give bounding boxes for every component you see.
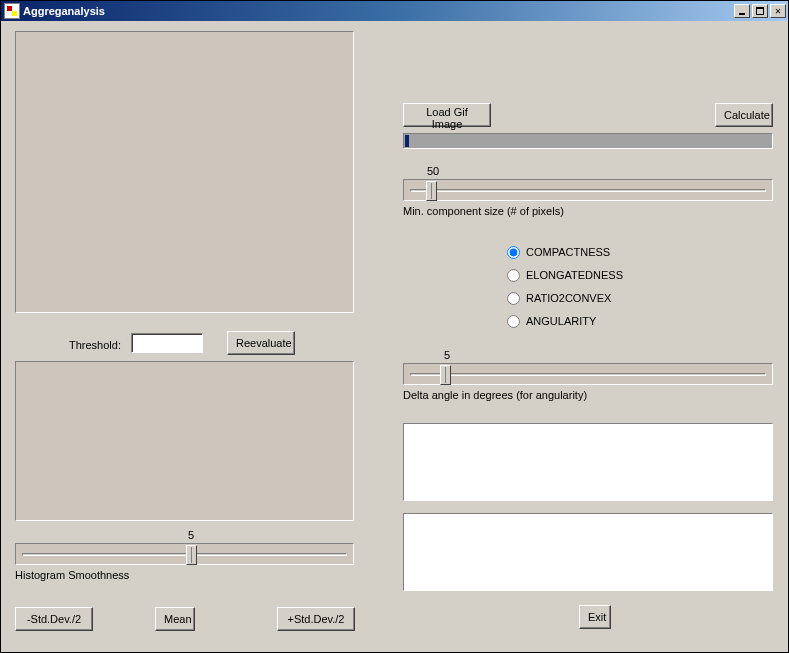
app-icon: [4, 3, 20, 19]
radio-label: ANGULARITY: [526, 315, 596, 327]
maximize-icon: [756, 7, 764, 15]
app-window: Aggreganalysis ✕ Threshold: Reevaluate 5…: [0, 0, 789, 653]
close-button[interactable]: ✕: [770, 4, 786, 18]
mincomp-caption: Min. component size (# of pixels): [403, 205, 564, 217]
maximize-button[interactable]: [752, 4, 768, 18]
minimize-icon: [739, 13, 745, 15]
delta-slider-value: 5: [444, 349, 450, 361]
radio-compactness-input[interactable]: [507, 246, 520, 259]
radio-angularity[interactable]: ANGULARITY: [507, 311, 623, 331]
slider-thumb[interactable]: [186, 545, 197, 565]
radio-label: ELONGATEDNESS: [526, 269, 623, 281]
progress-bar: [403, 133, 773, 149]
hist-slider-value: 5: [188, 529, 194, 541]
minus-stddev-button[interactable]: -Std.Dev./2: [15, 607, 93, 631]
radio-elongatedness[interactable]: ELONGATEDNESS: [507, 265, 623, 285]
slider-thumb[interactable]: [440, 365, 451, 385]
output-panel-1: [403, 423, 773, 501]
top-image-panel: [15, 31, 354, 313]
close-icon: ✕: [775, 6, 781, 16]
delta-caption: Delta angle in degrees (for angularity): [403, 389, 587, 401]
radio-compactness[interactable]: COMPACTNESS: [507, 242, 623, 262]
hist-caption: Histogram Smoothness: [15, 569, 129, 581]
minimize-button[interactable]: [734, 4, 750, 18]
client-area: Threshold: Reevaluate 5 Histogram Smooth…: [1, 21, 788, 652]
mean-button[interactable]: Mean: [155, 607, 195, 631]
radio-label: RATIO2CONVEX: [526, 292, 611, 304]
mincomp-slider[interactable]: [403, 179, 773, 201]
window-title: Aggreganalysis: [23, 5, 734, 17]
bottom-image-panel: [15, 361, 354, 521]
threshold-input[interactable]: [131, 333, 203, 353]
radio-ratio2convex-input[interactable]: [507, 292, 520, 305]
threshold-label: Threshold:: [69, 339, 121, 351]
radio-elongatedness-input[interactable]: [507, 269, 520, 282]
exit-button[interactable]: Exit: [579, 605, 611, 629]
hist-smoothness-slider[interactable]: [15, 543, 354, 565]
radio-ratio2convex[interactable]: RATIO2CONVEX: [507, 288, 623, 308]
mincomp-slider-value: 50: [427, 165, 439, 177]
plus-stddev-button[interactable]: +Std.Dev./2: [277, 607, 355, 631]
load-gif-button[interactable]: Load Gif Image: [403, 103, 491, 127]
radio-label: COMPACTNESS: [526, 246, 610, 258]
progress-fill: [405, 135, 409, 147]
calculate-button[interactable]: Calculate: [715, 103, 773, 127]
slider-thumb[interactable]: [426, 181, 437, 201]
reevaluate-button[interactable]: Reevaluate: [227, 331, 295, 355]
titlebar: Aggreganalysis ✕: [1, 1, 788, 21]
metric-radio-group: COMPACTNESS ELONGATEDNESS RATIO2CONVEX A…: [507, 239, 623, 334]
radio-angularity-input[interactable]: [507, 315, 520, 328]
output-panel-2: [403, 513, 773, 591]
delta-angle-slider[interactable]: [403, 363, 773, 385]
